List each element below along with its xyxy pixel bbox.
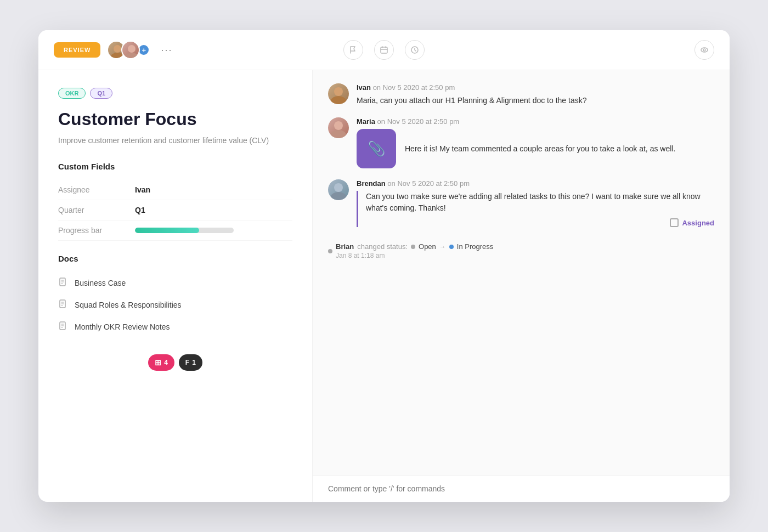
field-label-progress: Progress bar	[58, 226, 135, 235]
status-line: Brian changed status: Open → In Progress	[336, 242, 493, 251]
docs-title: Docs	[58, 254, 292, 263]
status-to-dot	[449, 245, 454, 249]
comment-text-brendan: Can you two make sure we're adding all r…	[366, 191, 714, 214]
main-window: REVIEW + ···	[38, 30, 730, 502]
eye-button[interactable]	[694, 40, 714, 60]
toolbar-left: REVIEW + ···	[54, 41, 335, 59]
progress-bar[interactable]	[135, 228, 234, 233]
comment-text-ivan: Maria, can you attach our H1 Planning & …	[357, 95, 714, 106]
comment-input[interactable]	[328, 484, 714, 493]
doc-icon-3	[58, 321, 69, 332]
svg-point-3	[125, 53, 138, 59]
field-value-quarter[interactable]: Q1	[135, 206, 145, 214]
flag-button[interactable]	[343, 40, 363, 60]
left-panel: OKR Q1 Customer Focus Improve customer r…	[38, 70, 313, 502]
status-to: In Progress	[457, 242, 493, 251]
avatar-group: +	[107, 41, 150, 59]
custom-fields-section: Custom Fields Assignee Ivan Quarter Q1 P…	[58, 162, 292, 241]
status-user: Brian	[336, 242, 354, 251]
svg-point-12	[331, 96, 346, 104]
svg-point-13	[334, 121, 343, 130]
status-time: Jan 8 at 1:18 am	[336, 252, 493, 259]
comment-brendan: Brendan on Nov 5 2020 at 2:50 pm Can you…	[328, 179, 714, 227]
tag-q1: Q1	[90, 88, 112, 99]
custom-fields-title: Custom Fields	[58, 162, 292, 171]
comment-ivan-body: Ivan on Nov 5 2020 at 2:50 pm Maria, can…	[357, 83, 714, 106]
comment-text-maria: Here it is! My team commented a couple a…	[405, 143, 675, 155]
figma-icon: F	[185, 359, 189, 366]
field-quarter: Quarter Q1	[58, 200, 292, 220]
comment-maria: Maria on Nov 5 2020 at 2:50 pm 📎 Here it…	[328, 117, 714, 168]
main-content: OKR Q1 Customer Focus Improve customer r…	[38, 70, 730, 502]
task-description: Improve customer retention and customer …	[58, 135, 292, 146]
comment-input-row	[313, 475, 730, 502]
attachment-box: 📎 Here it is! My team commented a couple…	[357, 129, 714, 168]
clock-button[interactable]	[405, 40, 425, 60]
attachment-icon-button[interactable]: 📎	[357, 129, 396, 168]
status-from-dot	[411, 245, 415, 249]
task-title: Customer Focus	[58, 109, 292, 129]
clickup-icon: ⊞	[155, 358, 161, 367]
comment-maria-body: Maria on Nov 5 2020 at 2:50 pm 📎 Here it…	[357, 117, 714, 168]
avatar-brendan	[328, 179, 349, 200]
toolbar: REVIEW + ···	[38, 30, 730, 70]
svg-point-7	[703, 49, 705, 51]
badge-clickup[interactable]: ⊞ 4	[148, 354, 174, 371]
assigned-label[interactable]: Assigned	[682, 219, 714, 227]
comment-maria-header: Maria on Nov 5 2020 at 2:50 pm	[357, 117, 714, 126]
comment-time-brendan: on Nov 5 2020 at 2:50 pm	[387, 179, 470, 188]
comment-time-maria: on Nov 5 2020 at 2:50 pm	[377, 117, 460, 126]
doc-item-business-case[interactable]: Business Case	[58, 272, 292, 294]
doc-item-squad-roles[interactable]: Squad Roles & Responsibilities	[58, 294, 292, 316]
status-from: Open	[419, 242, 436, 251]
field-assignee: Assignee Ivan	[58, 180, 292, 200]
status-indicator	[328, 249, 332, 253]
status-arrow: →	[439, 243, 446, 251]
calendar-button[interactable]	[374, 40, 394, 60]
toolbar-center	[343, 40, 425, 60]
review-button[interactable]: REVIEW	[54, 42, 100, 58]
docs-section: Docs Business Case	[58, 254, 292, 338]
avatar-ivan	[328, 83, 349, 104]
svg-rect-4	[381, 47, 387, 53]
doc-icon-2	[58, 299, 69, 310]
svg-point-15	[334, 183, 343, 192]
badge-count-dark: 1	[192, 359, 196, 366]
badge-figma[interactable]: F 1	[179, 354, 202, 371]
svg-point-6	[701, 48, 708, 52]
comment-author-ivan: Ivan	[357, 83, 371, 92]
comment-author-brendan: Brendan	[357, 179, 386, 188]
avatar-maria	[328, 117, 349, 138]
doc-item-monthly-okr[interactable]: Monthly OKR Review Notes	[58, 316, 292, 338]
comment-brendan-body: Brendan on Nov 5 2020 at 2:50 pm Can you…	[357, 179, 714, 227]
field-progress: Progress bar	[58, 220, 292, 241]
comment-ivan-header: Ivan on Nov 5 2020 at 2:50 pm	[357, 83, 714, 92]
field-value-assignee[interactable]: Ivan	[135, 185, 150, 194]
comment-brendan-bordered: Can you two make sure we're adding all r…	[357, 191, 714, 227]
progress-bar-fill	[135, 228, 199, 233]
comment-author-maria: Maria	[357, 117, 375, 126]
svg-point-16	[331, 192, 346, 200]
paperclip-icon: 📎	[368, 140, 385, 157]
svg-point-14	[331, 130, 346, 138]
status-action: changed status:	[357, 242, 408, 251]
field-label-quarter: Quarter	[58, 206, 135, 214]
avatar-user2	[121, 41, 140, 59]
comments-list: Ivan on Nov 5 2020 at 2:50 pm Maria, can…	[313, 70, 730, 475]
comment-brendan-header: Brendan on Nov 5 2020 at 2:50 pm	[357, 179, 714, 188]
bottom-badges: ⊞ 4 F 1	[58, 354, 292, 371]
svg-point-2	[128, 45, 135, 53]
tag-okr: OKR	[58, 88, 86, 99]
tag-row: OKR Q1	[58, 88, 292, 99]
more-options-button[interactable]: ···	[156, 42, 177, 58]
field-label-assignee: Assignee	[58, 185, 135, 194]
right-panel: Ivan on Nov 5 2020 at 2:50 pm Maria, can…	[313, 70, 730, 502]
badge-count-pink: 4	[164, 359, 168, 366]
comment-time-ivan: on Nov 5 2020 at 2:50 pm	[373, 83, 455, 92]
assigned-checkbox[interactable]	[670, 218, 679, 227]
doc-name-squad-roles: Squad Roles & Responsibilities	[75, 301, 182, 309]
status-block: Brian changed status: Open → In Progress…	[336, 242, 493, 259]
doc-name-business-case: Business Case	[75, 279, 126, 287]
assigned-row: Assigned	[366, 218, 714, 227]
svg-point-0	[114, 45, 121, 53]
